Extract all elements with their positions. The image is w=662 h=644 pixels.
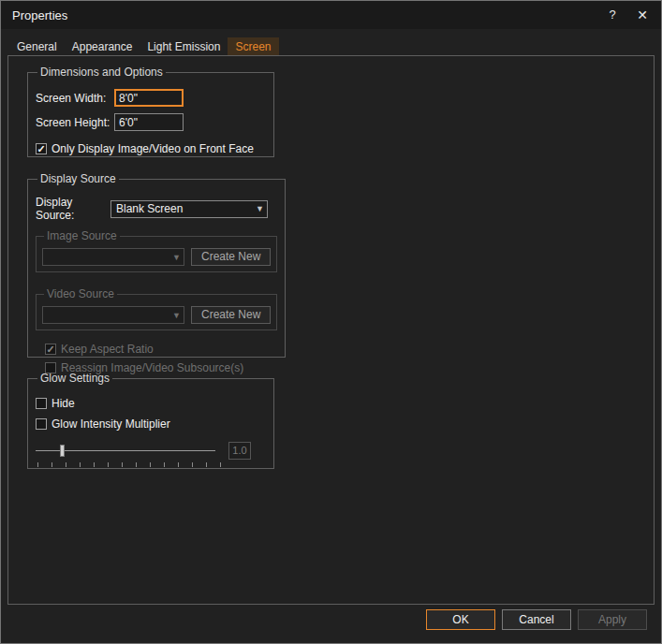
- hide-checkbox-label: Hide: [51, 397, 75, 410]
- chevron-down-icon: ▼: [169, 311, 184, 320]
- display-source-group: Display Source Display Source: Blank Scr…: [27, 172, 286, 358]
- image-source-title: Image Source: [44, 229, 120, 242]
- tab-content-panel: Dimensions and Options Screen Width: Scr…: [7, 55, 655, 605]
- dimensions-group-title: Dimensions and Options: [37, 66, 166, 79]
- chevron-down-icon: ▼: [169, 253, 184, 262]
- slider-ticks: [37, 462, 221, 467]
- check-icon: ✓: [46, 344, 54, 355]
- display-source-value: Blank Screen: [111, 202, 252, 215]
- title-bar: Properties ? ✕: [1, 1, 661, 29]
- image-source-dropdown: ▼: [42, 248, 184, 266]
- display-source-label: Display Source:: [36, 196, 110, 222]
- glow-value-box: 1.0: [228, 442, 251, 460]
- front-face-checkbox-label: Only Display Image/Video on Front Face: [51, 142, 254, 155]
- dimensions-and-options-group: Dimensions and Options Screen Width: Scr…: [27, 66, 274, 157]
- front-face-checkbox[interactable]: ✓: [36, 143, 47, 154]
- hide-checkbox[interactable]: [36, 398, 47, 409]
- display-source-group-title: Display Source: [37, 172, 119, 185]
- glow-intensity-checkbox[interactable]: [36, 418, 47, 430]
- screen-height-label: Screen Height:: [36, 116, 114, 129]
- help-icon[interactable]: ?: [603, 6, 622, 24]
- apply-button[interactable]: Apply: [578, 609, 647, 630]
- glow-settings-group: Glow Settings Hide Glow Intensity Multip…: [27, 372, 274, 469]
- ok-button[interactable]: OK: [426, 609, 495, 630]
- display-source-dropdown[interactable]: Blank Screen ▼: [110, 200, 268, 218]
- glow-intensity-slider[interactable]: [36, 445, 215, 457]
- cancel-button[interactable]: Cancel: [502, 609, 571, 630]
- footer-button-row: OK Cancel Apply: [426, 609, 647, 630]
- screen-width-input[interactable]: [114, 89, 184, 107]
- video-source-dropdown: ▼: [42, 306, 184, 324]
- screen-width-label: Screen Width:: [36, 92, 114, 105]
- properties-window: Properties ? ✕ General Appearance Light …: [0, 0, 662, 644]
- check-icon: ✓: [37, 144, 45, 154]
- image-create-new-button[interactable]: Create New: [191, 248, 271, 266]
- image-source-subgroup: Image Source ▼ Create New: [36, 229, 277, 272]
- glow-intensity-label: Glow Intensity Multiplier: [51, 417, 170, 431]
- video-source-subgroup: Video Source ▼ Create New: [36, 287, 277, 330]
- screen-height-input[interactable]: [114, 113, 184, 131]
- keep-aspect-ratio-checkbox: ✓: [45, 344, 56, 355]
- slider-handle[interactable]: [60, 445, 65, 457]
- keep-aspect-ratio-label: Keep Aspect Ratio: [61, 343, 154, 356]
- glow-settings-title: Glow Settings: [37, 372, 112, 385]
- close-icon[interactable]: ✕: [633, 6, 652, 24]
- chevron-down-icon: ▼: [252, 204, 267, 213]
- video-create-new-button[interactable]: Create New: [191, 306, 271, 324]
- video-source-title: Video Source: [44, 287, 117, 300]
- window-title: Properties: [12, 8, 67, 22]
